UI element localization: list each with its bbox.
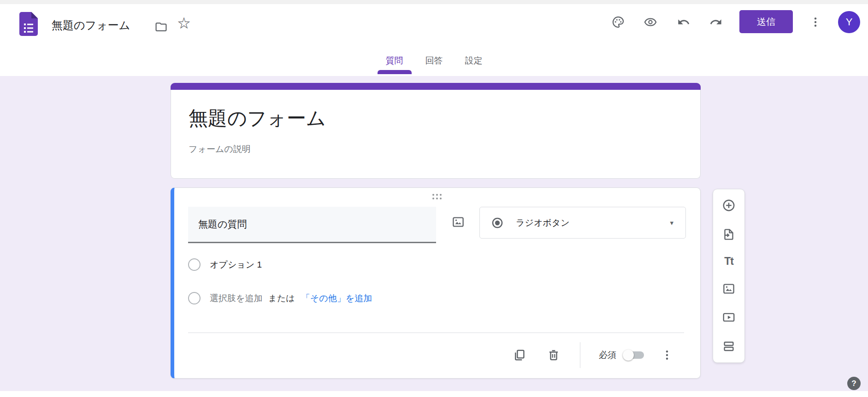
add-image-toolbar-icon[interactable] [722,282,736,296]
form-title-field[interactable]: 無題のフォーム [189,105,683,131]
form-card-accent-bar [171,83,701,90]
redo-icon[interactable] [709,16,722,29]
theme-palette-icon[interactable] [612,16,625,29]
insert-toolbar: Tt [713,189,745,363]
more-vertical-icon[interactable] [809,16,822,29]
preview-eye-icon[interactable] [644,16,657,29]
question-footer-divider [188,333,684,333]
question-type-dropdown[interactable]: ラジオボタン ▾ [479,207,686,239]
option-radio-icon[interactable] [188,258,201,271]
add-option-text[interactable]: 選択肢を追加 [210,292,262,304]
question-title-input[interactable]: 無題の質問 [188,207,436,243]
editor-tabs: 質問 回答 設定 [0,51,868,74]
app-header: 無題のフォーム ☆ [0,4,868,76]
top-edge-strip [0,0,868,4]
drag-handle-icon[interactable] [432,194,442,199]
question-footer-toolbar: 必須 [513,342,673,368]
add-option-separator: または [268,292,295,304]
option-row: オプション 1 [188,258,262,271]
star-icon[interactable]: ☆ [177,16,191,30]
account-avatar[interactable]: Y [838,11,860,33]
document-title[interactable]: 無題のフォーム [52,18,130,33]
delete-trash-icon[interactable] [547,348,561,362]
chevron-down-icon: ▾ [670,219,673,227]
tt-text-icon: Tt [724,256,733,267]
form-card-body: 無題のフォーム フォームの説明 [171,90,701,179]
option-label[interactable]: オプション 1 [210,259,262,271]
move-to-folder-icon[interactable] [155,21,167,33]
duplicate-icon[interactable] [513,348,526,362]
send-button[interactable]: 送信 [739,10,793,33]
add-section-icon[interactable] [722,339,736,353]
form-editor-canvas: 無題のフォーム フォームの説明 無題の質問 [0,76,868,391]
add-option-row: 選択肢を追加 または 「その他」を追加 [188,292,372,304]
tab-settings[interactable]: 設定 [464,51,484,74]
undo-icon[interactable] [677,16,690,29]
question-card: 無題の質問 ラジオボタン ▾ [171,187,701,379]
question-type-value: ラジオボタン [516,217,570,229]
form-description-field[interactable]: フォームの説明 [189,143,683,155]
tab-questions[interactable]: 質問 [385,51,404,74]
google-forms-editor: 無題のフォーム ☆ [0,0,868,397]
forms-logo-icon[interactable] [19,12,38,36]
radio-button-type-icon [491,216,504,229]
toggle-knob [623,350,634,361]
required-label: 必須 [599,349,616,361]
required-toggle[interactable] [625,351,644,359]
add-video-icon[interactable] [722,310,736,324]
tab-responses[interactable]: 回答 [425,51,444,74]
footer-divider-vertical [580,342,580,368]
add-image-icon[interactable] [451,215,465,229]
form-title-card: 無題のフォーム フォームの説明 [171,83,701,179]
add-other-link[interactable]: 「その他」を追加 [301,292,372,304]
import-questions-icon[interactable] [722,228,736,241]
add-title-and-description-icon[interactable]: Tt [724,256,733,267]
question-more-vertical-icon[interactable] [661,349,673,362]
add-option-radio-icon [188,292,201,304]
help-icon[interactable]: ? [847,377,861,390]
add-question-icon[interactable] [722,198,736,212]
